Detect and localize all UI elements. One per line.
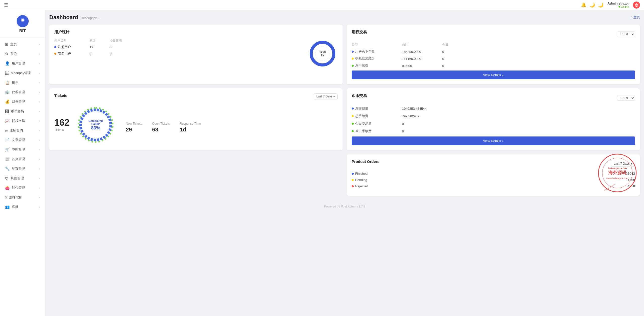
system-icon: ⚙: [5, 52, 8, 56]
home-link[interactable]: ⌂ 主页: [631, 15, 640, 20]
spot-view-details-button[interactable]: View Details »: [352, 136, 635, 145]
sidebar: BIT ⊞主页 ‹ ⚙系统 ‹ 👤用户管理 ‹ 🖼Moonpay管理 ‹ 📋报单…: [0, 10, 45, 316]
sidebar-item-purchase[interactable]: 🛒申购管理 ‹: [0, 145, 45, 154]
product-orders-title: Product Orders: [352, 159, 379, 164]
product-orders-header: Product Orders Last 7 Days ▾: [352, 159, 635, 168]
sidebar-item-support[interactable]: 👥客服 ‹: [0, 202, 45, 212]
theme-icon-1[interactable]: 🌙: [589, 2, 595, 8]
tickets-time-selector[interactable]: Last 7 Days ▾: [314, 93, 338, 99]
spot-title: 币币交易: [352, 93, 367, 98]
moonpay-icon: 🖼: [5, 71, 9, 75]
spot-row-3: 今日交易量 0: [352, 121, 635, 126]
futures-header: 期权交易 USDT: [352, 30, 635, 39]
stats-row-registered: 注册用户 12 0: [54, 45, 307, 49]
futures-table-header: 类型 总计 今日: [352, 43, 635, 47]
page-header: Dashboard Description... ⌂ 主页: [49, 14, 640, 21]
spot-row-4: 今日手续费 0: [352, 129, 635, 133]
notification-icon[interactable]: 🔔: [581, 2, 586, 8]
logo-text: BIT: [19, 29, 26, 33]
sidebar-item-homepage[interactable]: 📰首页管理 ‹: [0, 154, 45, 164]
futures-row-1: 用户总下单量 184200.0000 0: [352, 49, 635, 54]
sidebar-item-mining[interactable]: ¥质押挖矿 ‹: [0, 193, 45, 202]
sidebar-item-agent[interactable]: 🏢代理管理 ‹: [0, 87, 45, 97]
user-stats-card: 用户统计 用户类型 累计 今日新增 注册用户 12 0: [49, 25, 343, 84]
config-icon: 🔧: [5, 166, 10, 171]
futures-row-2: 交易结果统计 111160.0000 0: [352, 56, 635, 61]
user-info: Administrator Online: [608, 2, 629, 8]
orders-icon: 📋: [5, 80, 10, 85]
chevron-icon: ‹: [39, 129, 40, 132]
support-icon: 👥: [5, 205, 10, 209]
futures-title: 期权交易: [352, 30, 367, 34]
spot-row-2: 总手续费 799.582987: [352, 114, 635, 118]
spot-icon: 🅱: [5, 109, 9, 114]
sidebar-item-finance[interactable]: 💰财务管理 ‹: [0, 97, 45, 107]
sidebar-menu: ⊞主页 ‹ ⚙系统 ‹ 👤用户管理 ‹ 🖼Moonpay管理 ‹ 📋报单 ‹ 🏢…: [0, 38, 45, 214]
tickets-title: Tickets: [54, 93, 67, 98]
svg-point-1: [21, 19, 24, 21]
status-dot: [619, 6, 620, 8]
hamburger-icon[interactable]: ☰: [4, 2, 8, 8]
top-cards-row: 用户统计 用户类型 累计 今日新增 注册用户 12 0: [49, 25, 640, 84]
logo-icon: [17, 15, 29, 27]
power-button[interactable]: ⏻: [633, 2, 640, 9]
futures-currency-select[interactable]: USDT: [617, 31, 635, 37]
sidebar-item-config[interactable]: 🔧配置管理 ‹: [0, 164, 45, 173]
sidebar-item-orders[interactable]: 📋报单 ‹: [0, 78, 45, 87]
blue-dot: [352, 173, 354, 175]
agent-icon: 🏢: [5, 90, 10, 94]
chevron-down-icon: ▾: [631, 162, 632, 165]
chevron-down-icon: ▾: [333, 95, 335, 98]
spot-row-1: 总交易量 1949353.464544: [352, 106, 635, 111]
product-orders-card: Product Orders Last 7 Days ▾ Finished 23…: [347, 154, 640, 196]
blue-dot: [54, 46, 56, 48]
futures-view-details-button[interactable]: View Details »: [352, 71, 635, 79]
sidebar-item-wallet[interactable]: 👛钱包管理 ‹: [0, 183, 45, 193]
futures-icon: 📈: [5, 119, 10, 123]
user-donut-chart: Total 12: [307, 39, 338, 69]
second-cards-row: Tickets Last 7 Days ▾ 162 Tickets: [49, 88, 640, 150]
user-stats-title: 用户统计: [54, 30, 338, 34]
purchase-icon: 🛒: [5, 147, 10, 152]
chevron-icon: ‹: [39, 177, 40, 180]
chevron-icon: ‹: [39, 158, 40, 161]
topnav: ☰ 🔔 🌙 🌙 Administrator Online ⏻: [0, 0, 644, 10]
chevron-icon: ‹: [39, 167, 40, 170]
spot-currency-select[interactable]: USDT: [617, 95, 635, 101]
wallet-icon: 👛: [5, 186, 10, 190]
green-dot: [352, 130, 354, 132]
sidebar-item-risk[interactable]: 🛡风控管理 ‹: [0, 173, 45, 183]
chevron-icon: ‹: [39, 206, 40, 208]
sidebar-item-articles[interactable]: 📄文章管理 ‹: [0, 135, 45, 145]
stats-row-verified: 实名用户 0 0: [54, 51, 307, 56]
chevron-icon: ‹: [39, 62, 40, 65]
spot-header: 币币交易 USDT: [352, 93, 635, 102]
sidebar-logo: BIT: [0, 10, 45, 38]
blue-dot: [352, 51, 354, 53]
sidebar-item-home[interactable]: ⊞主页 ‹: [0, 40, 45, 49]
product-orders-time-selector[interactable]: Last 7 Days ▾: [611, 161, 635, 167]
yellow-dot: [352, 179, 354, 181]
sidebar-item-users[interactable]: 👤用户管理 ‹: [0, 59, 45, 68]
footer: Powered by Post Admin v1.7.8: [49, 201, 640, 212]
user-stats-table: 用户类型 累计 今日新增 注册用户 12 0: [54, 39, 307, 69]
sidebar-item-futures[interactable]: 📈期权交易 ‹: [0, 116, 45, 126]
completed-label: Completed Tickets 83%: [86, 119, 106, 131]
tickets-label: Tickets: [54, 128, 69, 132]
stats-header: 用户类型 累计 今日新增: [54, 39, 307, 43]
sidebar-item-moonpay[interactable]: 🖼Moonpay管理 ‹: [0, 68, 45, 78]
chevron-icon: ‹: [39, 110, 40, 113]
articles-icon: 📄: [5, 138, 10, 142]
sidebar-item-spot[interactable]: 🅱币币交易 ‹: [0, 107, 45, 116]
yellow-dot: [352, 58, 354, 60]
chevron-icon: ‹: [39, 53, 40, 55]
blue-dot: [352, 108, 354, 110]
sidebar-item-perpetual[interactable]: ∞永续合约 ‹: [0, 126, 45, 135]
orders-row-rejected: Rejected 4758: [352, 184, 635, 188]
tickets-count: 162: [54, 118, 69, 127]
page-description: Description...: [81, 16, 100, 20]
chevron-icon: ‹: [39, 187, 40, 189]
sidebar-item-system[interactable]: ⚙系统 ‹: [0, 49, 45, 59]
theme-icon-2[interactable]: 🌙: [598, 2, 603, 8]
users-icon: 👤: [5, 61, 10, 66]
